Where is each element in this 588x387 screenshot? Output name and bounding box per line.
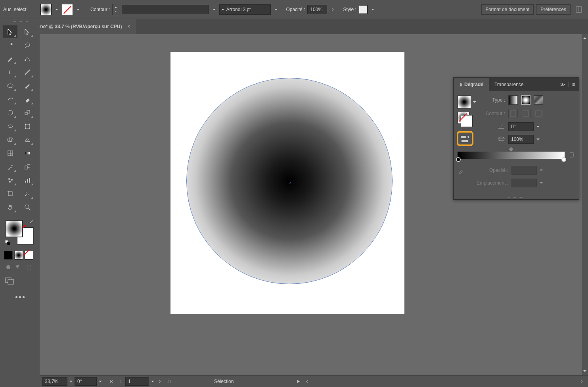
tab-transparency[interactable]: Transparence [489, 78, 529, 91]
type-linear[interactable] [508, 95, 518, 105]
graph-tool[interactable] [20, 174, 34, 187]
stroke-swatch[interactable] [62, 4, 73, 15]
artboard-tool[interactable] [3, 187, 17, 200]
type-freeform[interactable] [534, 95, 543, 105]
panel-grip[interactable] [0, 19, 40, 24]
slice-tool[interactable] [20, 187, 34, 200]
selection-tool[interactable] [3, 25, 17, 38]
document-format-button[interactable]: Format de document [481, 4, 534, 15]
free-transform-tool[interactable] [20, 120, 34, 133]
tab-gradient[interactable]: ▲▼ Dégradé [454, 78, 489, 91]
fill-stroke-indicator[interactable]: ⤢ [4, 218, 36, 246]
angle-dd[interactable] [535, 124, 541, 129]
stroke-profile[interactable] [122, 5, 209, 14]
style-swatch[interactable] [359, 5, 368, 14]
hand-tool[interactable] [3, 201, 17, 214]
next-page-icon[interactable] [156, 377, 164, 385]
artboard[interactable]: × [170, 52, 404, 314]
stop-loc-dd[interactable] [538, 180, 544, 186]
prev-page-icon[interactable] [117, 377, 124, 385]
delete-stop-icon[interactable] [569, 151, 575, 158]
default-fill-stroke-icon[interactable] [5, 240, 10, 245]
color-mode-none[interactable] [25, 251, 33, 260]
color-mode-solid[interactable] [4, 251, 13, 260]
stroke-profile-dd[interactable] [211, 7, 217, 12]
zoom-field[interactable]: 33,7% [42, 377, 67, 386]
first-page-icon[interactable] [108, 377, 116, 385]
gradient-tool[interactable] [20, 147, 34, 160]
stop-opacity-dd[interactable] [538, 168, 544, 173]
opacity-more[interactable] [329, 5, 336, 14]
fill-swatch[interactable] [40, 4, 52, 15]
panel-menu-icon[interactable]: ≡ [572, 82, 575, 87]
brush-select[interactable]: Arrondi 3 pt [219, 4, 271, 15]
wand-tool[interactable] [3, 39, 17, 52]
mesh-tool[interactable] [3, 147, 17, 160]
brush-dd[interactable] [273, 7, 279, 12]
gradient-stop-right[interactable] [561, 157, 566, 162]
zoom-dd[interactable] [68, 379, 74, 384]
direct-selection-tool[interactable] [20, 25, 34, 38]
type-radial[interactable] [521, 95, 531, 105]
preferences-button[interactable]: Préférences [536, 4, 571, 15]
fill-indicator[interactable] [6, 220, 23, 237]
draw-behind-icon[interactable] [14, 263, 23, 271]
ellipse-tool[interactable] [3, 79, 17, 92]
brush-tool[interactable] [20, 79, 34, 92]
close-tab-icon[interactable]: × [128, 24, 130, 29]
symbol-tool[interactable] [3, 174, 17, 187]
hscroll-right-icon[interactable] [578, 377, 586, 385]
lasso-tool[interactable] [20, 39, 34, 52]
aspect-input[interactable] [508, 135, 534, 144]
aspect-dd[interactable] [535, 137, 541, 142]
screen-mode[interactable] [0, 273, 40, 289]
panel-expand-icon[interactable]: ≫ [560, 82, 565, 87]
gradient-ramp[interactable] [458, 152, 565, 159]
zoom-tool[interactable] [20, 201, 34, 214]
draw-inside-icon[interactable] [25, 263, 33, 271]
type-tool[interactable]: T [3, 66, 17, 79]
swap-fill-stroke-icon[interactable]: ⤢ [30, 219, 33, 224]
stop-eyedropper-icon[interactable] [458, 167, 469, 174]
rotate-tool[interactable] [3, 106, 17, 119]
stroke-preview[interactable] [461, 115, 473, 127]
shape-builder-tool[interactable] [3, 133, 17, 146]
page-field[interactable]: 1 [125, 377, 149, 386]
blend-tool[interactable] [20, 160, 34, 173]
width-tool[interactable] [3, 120, 17, 133]
stop-location-input[interactable] [511, 179, 537, 187]
panel-bottom-grip[interactable] [454, 195, 579, 199]
vertical-scrollbar[interactable] [582, 34, 588, 375]
stop-opacity-input[interactable] [511, 166, 537, 175]
status-play-icon[interactable] [295, 377, 303, 385]
style-dd[interactable] [370, 7, 375, 12]
gradient-thumb-dd[interactable] [473, 99, 477, 105]
scale-tool[interactable] [20, 106, 34, 119]
align-panel-icon[interactable] [573, 6, 585, 13]
pen-tool[interactable] [3, 52, 17, 65]
hscroll-left-icon[interactable] [303, 377, 311, 385]
eyedropper-tool[interactable] [3, 160, 17, 173]
page-dd[interactable] [150, 379, 155, 384]
opacity-field[interactable]: 100% [307, 5, 327, 14]
svg-point-34 [6, 265, 10, 269]
gradient-midpoint[interactable] [509, 147, 513, 151]
color-mode-gradient[interactable] [14, 251, 23, 260]
eraser-tool[interactable] [20, 93, 34, 106]
edit-toolbar-icon[interactable] [0, 289, 40, 305]
pencil-tool[interactable] [3, 93, 17, 106]
rotation-dd[interactable] [98, 379, 103, 384]
rotation-field[interactable]: 0° [75, 377, 97, 386]
stroke-dropdown[interactable] [75, 7, 81, 12]
gradient-stop-left[interactable] [456, 157, 461, 162]
line-tool[interactable] [20, 66, 34, 79]
curvature-tool[interactable] [20, 52, 34, 65]
draw-normal-icon[interactable] [4, 263, 13, 271]
collapse-icon[interactable]: ▲▼ [459, 82, 463, 87]
perspective-tool[interactable] [20, 133, 34, 146]
gradient-thumbnail[interactable] [458, 95, 471, 109]
last-page-icon[interactable] [165, 377, 173, 385]
stroke-weight-spinner[interactable] [112, 4, 119, 15]
fill-dropdown[interactable] [54, 7, 59, 12]
angle-input[interactable] [508, 122, 534, 131]
